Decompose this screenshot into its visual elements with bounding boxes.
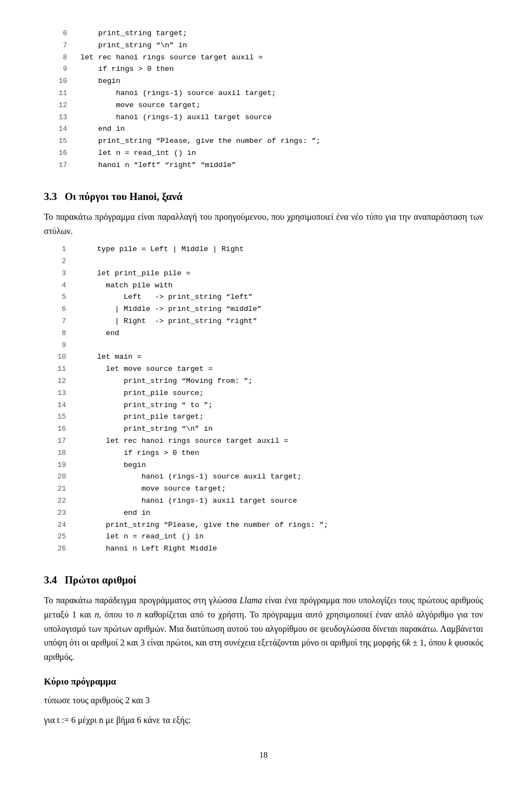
line-number: 13: [44, 387, 79, 399]
line-content: move source target;: [79, 483, 483, 495]
line-content: [79, 340, 483, 352]
code-line: 3 let print_pile pile =: [44, 268, 483, 280]
line-content: let n = read_int () in: [80, 147, 483, 159]
section-number: 3.4: [44, 574, 57, 586]
code-line: 7 | Right -> print_string “right”: [44, 315, 483, 327]
line-number: 15: [44, 135, 80, 147]
line-number: 21: [44, 483, 79, 495]
code-line: 21 move source target;: [44, 483, 483, 495]
line-content: print_string “Please, give the number of…: [79, 519, 483, 531]
code-line: 23 end in: [44, 507, 483, 519]
code-line: 26 hanoi n Left Right Middle: [44, 543, 483, 555]
line-number: 11: [44, 363, 79, 375]
line-content: match pile with: [79, 280, 483, 292]
line-content: print_string target;: [80, 27, 483, 40]
line-number: 5: [44, 291, 79, 303]
line-content: hanoi (rings-1) auxil target source: [80, 112, 483, 124]
line-number: 8: [44, 327, 79, 340]
line-content: begin: [79, 459, 483, 471]
code-line: 25 let n = read_int () in: [44, 531, 483, 543]
line-number: 14: [44, 399, 79, 411]
line-number: 20: [44, 471, 79, 483]
line-content: print_pile target;: [79, 411, 483, 423]
code-line: 20 hanoi (rings-1) source auxil target;: [44, 471, 483, 483]
code-line: 18 if rings > 0 then: [44, 447, 483, 459]
line-number: 23: [44, 507, 79, 519]
code-line: 9: [44, 340, 483, 352]
code-line: 24 print_string “Please, give the number…: [44, 519, 483, 531]
line-number: 16: [44, 423, 79, 435]
line-number: 9: [44, 340, 79, 352]
line-content: type pile = Left | Middle | Right: [79, 243, 483, 255]
line-content: if rings > 0 then: [79, 447, 483, 459]
code-line: 4 match pile with: [44, 280, 483, 292]
line-content: let n = read_int () in: [79, 531, 483, 543]
line-number: 26: [44, 543, 79, 555]
code-line: 6 print_string target;: [44, 27, 483, 40]
code-line: 5 Left -> print_string “left”: [44, 291, 483, 303]
line-content: let print_pile pile =: [79, 268, 483, 280]
line-content: | Right -> print_string “right”: [79, 315, 483, 327]
line-number: 8: [44, 52, 80, 64]
kyrio-programma-heading: Κύριο πρόγραμμα: [44, 675, 483, 689]
line-content: Left -> print_string “left”: [79, 291, 483, 303]
line-content: print_string “Moving from: ”;: [79, 375, 483, 387]
pseudo-line-1: τύπωσε τους αριθμούς 2 και 3: [44, 693, 483, 708]
code-line: 16 print_string “\n” in: [44, 423, 483, 435]
code-line: 12 print_string “Moving from: ”;: [44, 375, 483, 387]
line-number: 7: [44, 315, 79, 327]
code-line: 8 let rec hanoi rings source target auxi…: [44, 52, 483, 64]
line-number: 24: [44, 519, 79, 531]
code-line: 14 end in: [44, 123, 483, 135]
line-number: 10: [44, 351, 79, 363]
code-line: 15 print_string “Please, give the number…: [44, 135, 483, 147]
line-number: 13: [44, 112, 80, 124]
code-line: 6 | Middle -> print_string “middle”: [44, 303, 483, 315]
code-line: 1 type pile = Left | Middle | Right: [44, 243, 483, 255]
code-line: 8 end: [44, 327, 483, 340]
section-3-3-code-block: 1 type pile = Left | Middle | Right 2 3 …: [44, 243, 483, 555]
page-number: 18: [44, 749, 483, 761]
line-content: end: [79, 327, 483, 340]
line-content: hanoi n “left” “right” “middle”: [80, 159, 483, 171]
line-number: 17: [44, 159, 80, 171]
line-number: 9: [44, 63, 80, 75]
line-number: 2: [44, 255, 79, 268]
code-line: 17 let rec hanoi rings source target aux…: [44, 435, 483, 447]
section-3-3-intro: Το παρακάτω πρόγραμμα είναι παραλλαγή το…: [44, 210, 483, 238]
line-number: 4: [44, 280, 79, 292]
code-line: 12 move source target;: [44, 99, 483, 112]
line-content: let rec hanoi rings source target auxil …: [79, 435, 483, 447]
line-content: hanoi n Left Right Middle: [79, 543, 483, 555]
section-3-4-paragraph: Το παρακάτω παράδειγμα προγράμματος στη …: [44, 593, 483, 664]
line-number: 25: [44, 531, 79, 543]
line-content: end in: [80, 123, 483, 135]
top-code-block: 6 print_string target; 7 print_string “\…: [44, 27, 483, 171]
line-content: print_pile source;: [79, 387, 483, 399]
line-number: 11: [44, 87, 80, 99]
line-content: let rec hanoi rings source target auxil …: [80, 52, 483, 64]
line-number: 15: [44, 411, 79, 423]
line-content: print_string “Please, give the number of…: [80, 135, 483, 147]
line-content: print_string “\n” in: [80, 40, 483, 52]
line-number: 22: [44, 495, 79, 507]
line-content: if rings > 0 then: [80, 63, 483, 75]
line-number: 12: [44, 375, 79, 387]
line-content: move source target;: [80, 99, 483, 112]
line-number: 14: [44, 123, 80, 135]
line-number: 10: [44, 75, 80, 87]
line-content: let main =: [79, 351, 483, 363]
section-title: Οι πύργοι του Hanoi, ξανά: [65, 191, 182, 202]
code-line: 17 hanoi n “left” “right” “middle”: [44, 159, 483, 171]
code-line: 14 print_string “ to ”;: [44, 399, 483, 411]
line-number: 17: [44, 435, 79, 447]
section-number: 3.3: [44, 191, 57, 202]
line-content: hanoi (rings-1) source auxil target;: [80, 87, 483, 99]
line-content: print_string “\n” in: [79, 423, 483, 435]
section-3-3-heading: 3.3 Οι πύργοι του Hanoi, ξανά: [44, 189, 483, 205]
line-number: 3: [44, 268, 79, 280]
line-number: 12: [44, 99, 80, 112]
pseudo-line-2: για t := 6 μέχρι n με βήμα 6 κάνε τα εξή…: [44, 713, 483, 727]
line-number: 7: [44, 40, 80, 52]
line-content: hanoi (rings-1) auxil target source: [79, 495, 483, 507]
